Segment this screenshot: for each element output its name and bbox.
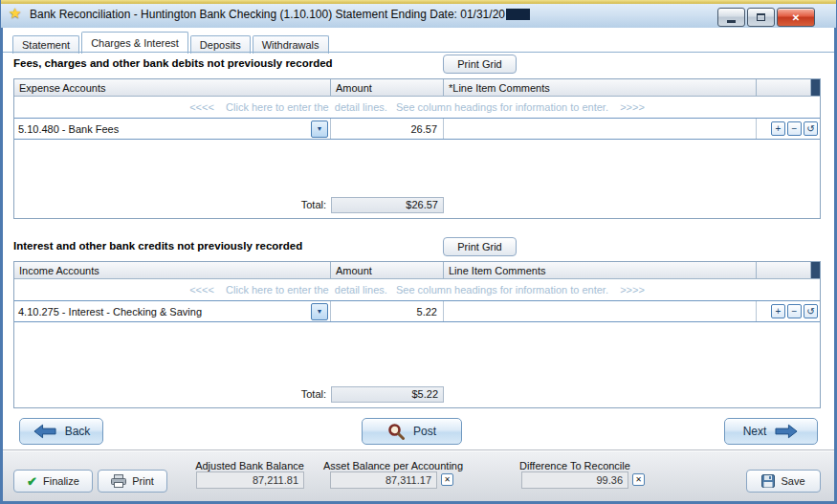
maximize-button[interactable] bbox=[747, 8, 775, 27]
difference-to-reconcile-value: 99.36 bbox=[521, 471, 628, 489]
minimize-button[interactable] bbox=[717, 8, 745, 27]
remove-row-button[interactable]: − bbox=[787, 304, 802, 318]
column-header-blank bbox=[757, 262, 811, 278]
interest-total-value: $5.22 bbox=[331, 386, 444, 403]
post-button[interactable]: Post bbox=[362, 418, 462, 445]
fees-total-row: Total: $26.57 bbox=[14, 193, 820, 218]
column-header-amount: Amount bbox=[331, 79, 444, 96]
title-redaction bbox=[506, 9, 530, 20]
fees-total-value: $26.57 bbox=[331, 197, 444, 213]
asset-balance-clear-button[interactable]: ✕ bbox=[441, 473, 453, 486]
print-label: Print bbox=[132, 475, 154, 487]
column-header-income-accounts: Income Accounts bbox=[14, 262, 331, 278]
fees-detail-row: 5.10.480 - Bank Fees ▼ 26.57 + − ↺ bbox=[14, 118, 820, 140]
fees-print-grid-button[interactable]: Print Grid bbox=[443, 55, 517, 74]
asset-balance-value: 87,311.17 bbox=[330, 471, 437, 489]
finalize-label: Finalize bbox=[43, 475, 79, 487]
back-label: Back bbox=[65, 425, 91, 438]
close-icon: ✕ bbox=[792, 12, 800, 23]
back-arrow-icon bbox=[33, 424, 56, 439]
save-disk-icon bbox=[761, 474, 775, 488]
fees-grid-header: Expense Accounts Amount *Line Item Comme… bbox=[14, 79, 820, 97]
titlebar: ★ Bank Reconciliation - Huntington Bank … bbox=[1, 0, 836, 28]
save-label: Save bbox=[781, 475, 804, 487]
fees-grid: Expense Accounts Amount *Line Item Comme… bbox=[13, 78, 821, 219]
remove-row-button[interactable]: − bbox=[787, 121, 802, 136]
interest-detail-row: 4.10.275 - Interest - Checking & Saving … bbox=[14, 300, 820, 322]
adjusted-bank-balance-label: Adjusted Bank Balance bbox=[193, 460, 306, 471]
column-header-line-item-comments: Line Item Comments bbox=[444, 262, 757, 278]
fees-grid-empty-area bbox=[14, 140, 820, 193]
adjusted-bank-balance-value: 87,211.81 bbox=[196, 471, 304, 489]
interest-account-cell[interactable]: 4.10.275 - Interest - Checking & Saving … bbox=[14, 301, 331, 321]
chevron-down-icon: ▼ bbox=[317, 308, 323, 315]
tabstrip-divider bbox=[3, 52, 834, 53]
maximize-icon bbox=[757, 13, 765, 21]
fees-comments-cell[interactable] bbox=[444, 119, 757, 139]
column-header-end-cap bbox=[811, 79, 820, 96]
fees-section-title: Fees, charges and other bank debits not … bbox=[13, 57, 333, 69]
check-icon: ✔ bbox=[27, 474, 37, 489]
close-button[interactable]: ✕ bbox=[777, 8, 815, 27]
fees-total-label: Total: bbox=[14, 199, 326, 210]
column-header-line-item-comments: *Line Item Comments bbox=[444, 79, 757, 96]
fees-amount-cell[interactable]: 26.57 bbox=[331, 119, 444, 139]
tab-charges-interest[interactable]: Charges & Interest bbox=[81, 32, 188, 54]
footer-bar: ✔ Finalize Print Adjusted Bank Balance 8… bbox=[3, 449, 834, 501]
post-icon bbox=[387, 423, 405, 440]
interest-row-actions: + − ↺ bbox=[757, 301, 820, 321]
column-header-blank bbox=[757, 79, 811, 96]
undo-row-button[interactable]: ↺ bbox=[804, 304, 818, 318]
interest-total-row: Total: $5.22 bbox=[14, 383, 820, 407]
tabstrip: Statement Charges & Interest Deposits Wi… bbox=[12, 32, 329, 54]
save-button[interactable]: Save bbox=[746, 470, 821, 493]
undo-row-button[interactable]: ↺ bbox=[804, 121, 818, 136]
difference-clear-button[interactable]: ✕ bbox=[632, 473, 645, 486]
interest-section-title: Interest and other bank credits not prev… bbox=[13, 240, 302, 252]
minimize-icon bbox=[727, 20, 736, 23]
column-header-end-cap bbox=[811, 262, 820, 278]
chevron-down-icon: ▼ bbox=[317, 125, 323, 132]
interest-amount-cell[interactable]: 5.22 bbox=[331, 301, 444, 321]
fees-entry-hint[interactable]: <<<< Click here to enter the detail line… bbox=[14, 97, 820, 118]
next-label: Next bbox=[743, 425, 767, 438]
post-label: Post bbox=[413, 425, 436, 438]
interest-comments-cell[interactable] bbox=[444, 301, 757, 321]
finalize-button[interactable]: ✔ Finalize bbox=[13, 470, 93, 493]
interest-grid-empty-area bbox=[14, 322, 820, 383]
column-header-expense-accounts: Expense Accounts bbox=[14, 79, 331, 96]
interest-print-grid-button[interactable]: Print Grid bbox=[443, 237, 517, 256]
difference-to-reconcile-label: Difference To Reconcile bbox=[500, 460, 650, 471]
back-button[interactable]: Back bbox=[19, 418, 103, 445]
window-controls: ✕ bbox=[717, 8, 815, 27]
fees-row-actions: + − ↺ bbox=[757, 119, 820, 139]
account-dropdown-button[interactable]: ▼ bbox=[311, 303, 328, 320]
next-button[interactable]: Next bbox=[724, 418, 818, 445]
interest-grid: Income Accounts Amount Line Item Comment… bbox=[13, 261, 821, 408]
fees-account-value: 5.10.480 - Bank Fees bbox=[18, 123, 119, 135]
interest-entry-hint[interactable]: <<<< Click here to enter the detail line… bbox=[14, 279, 820, 300]
add-row-button[interactable]: + bbox=[771, 121, 785, 136]
print-button[interactable]: Print bbox=[98, 470, 167, 493]
interest-grid-header: Income Accounts Amount Line Item Comment… bbox=[14, 262, 820, 279]
app-star-icon: ★ bbox=[9, 5, 21, 22]
interest-total-label: Total: bbox=[14, 388, 326, 400]
window-title-text: Bank Reconciliation - Huntington Bank Ch… bbox=[30, 8, 505, 21]
add-row-button[interactable]: + bbox=[771, 304, 785, 318]
printer-icon bbox=[111, 474, 126, 488]
window-top-accent bbox=[1, 0, 836, 4]
fees-account-cell[interactable]: 5.10.480 - Bank Fees ▼ bbox=[14, 119, 331, 139]
window-title: Bank Reconciliation - Huntington Bank Ch… bbox=[30, 8, 530, 21]
next-arrow-icon bbox=[775, 424, 799, 439]
interest-account-value: 4.10.275 - Interest - Checking & Saving bbox=[18, 306, 202, 318]
account-dropdown-button[interactable]: ▼ bbox=[311, 121, 328, 138]
column-header-amount: Amount bbox=[331, 262, 444, 278]
asset-balance-label: Asset Balance per Accounting bbox=[312, 460, 474, 471]
